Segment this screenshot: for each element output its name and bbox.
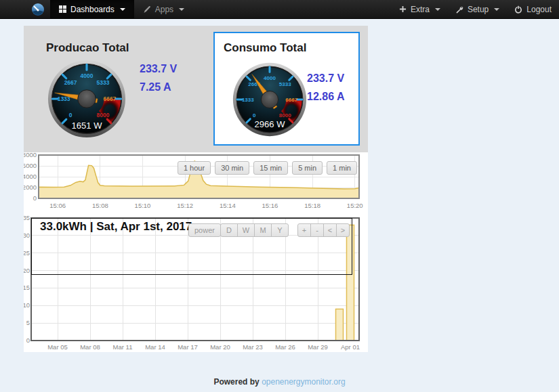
producao-current: 7.25 A <box>140 78 177 96</box>
interval-button-M[interactable]: M <box>254 223 272 237</box>
grid-icon <box>59 5 66 13</box>
axis-tick-label: 0 <box>26 336 30 344</box>
axis-tick-label: Mar 29 <box>308 343 328 351</box>
axis-tick-label: 15:20 <box>347 202 363 209</box>
axis-tick-label: 15:08 <box>92 202 108 209</box>
consumo-title: Consumo Total <box>224 41 306 55</box>
kwh-nav-buttons: +-<> <box>297 223 350 237</box>
producao-power-value: 1651 W <box>47 121 127 131</box>
gauge-tick-label: 8000 <box>279 112 291 118</box>
axis-tick-label: 30 <box>24 232 30 239</box>
gauge-tick-label: 8000 <box>97 112 110 118</box>
axis-tick-label: Mar 11 <box>113 343 133 351</box>
axis-tick-label: Mar 05 <box>47 343 68 351</box>
axis-tick-label: 15:16 <box>262 202 278 209</box>
dashboard-canvas: Producao Total 0133326674000533366678000… <box>24 26 368 352</box>
gauge-tick-label: 0 <box>253 112 256 118</box>
producao-title: Producao Total <box>46 41 129 55</box>
gauge-tick-label: 0 <box>69 112 73 118</box>
footer: Powered by openenergymonitor.org <box>0 377 559 387</box>
axis-tick-label: 2000 <box>24 183 37 191</box>
nav-setup-label: Setup <box>468 5 489 14</box>
nav-extra-label: Extra <box>411 5 430 14</box>
power-icon <box>514 5 522 14</box>
caret-down-icon <box>120 8 125 11</box>
axis-tick-label: 15 <box>24 284 30 291</box>
range-button-1-min[interactable]: 1 min <box>327 161 357 175</box>
kwh-chart[interactable]: 35302520151050Mar 05Mar 08Mar 11Mar 14Ma… <box>24 215 368 352</box>
axis-tick-label: 4000 <box>24 173 37 180</box>
range-button-5-min[interactable]: 5 min <box>292 161 323 175</box>
plus-icon <box>399 5 407 13</box>
axis-tick-label: 15:12 <box>177 202 193 209</box>
consumo-voltage: 233.7 V <box>307 69 344 87</box>
power-chart-range-buttons: 1 hour30 min15 min5 min1 min <box>178 161 357 175</box>
axis-tick-label: 35 <box>24 215 30 221</box>
openenergymonitor-link[interactable]: openenergymonitor.org <box>262 377 345 387</box>
axis-tick-label: 15:18 <box>304 202 320 209</box>
nav-apps-label: Apps <box>155 5 173 14</box>
producao-voltage: 233.7 V <box>140 60 177 78</box>
axis-tick-label: 5 <box>26 319 30 326</box>
wrench-icon <box>455 5 463 14</box>
axis-tick-label: 8000 <box>24 152 37 158</box>
axis-tick-label: 25 <box>24 249 30 257</box>
power-chart[interactable]: 8000600040002000015:0615:0815:1015:1215:… <box>24 152 368 215</box>
range-button-1-hour[interactable]: 1 hour <box>178 161 211 175</box>
nav-logout-label: Logout <box>526 5 552 14</box>
gauge-tick-label: 2667 <box>64 79 77 86</box>
nav-button->[interactable]: > <box>336 223 350 237</box>
nav-setup[interactable]: Setup <box>448 0 507 18</box>
nav-button-<[interactable]: < <box>323 223 337 237</box>
interval-button-W[interactable]: W <box>237 223 255 237</box>
consumo-gauge: 0133326674000533366678000 2966 W <box>232 62 308 137</box>
kwh-bar-Mar-31 <box>336 309 344 341</box>
nav-extra[interactable]: Extra <box>392 0 448 18</box>
range-button-30-min[interactable]: 30 min <box>215 161 249 175</box>
interval-button-Y[interactable]: Y <box>271 223 289 237</box>
axis-tick-label: 10 <box>24 301 30 309</box>
axis-tick-label: 15:06 <box>49 202 66 209</box>
nav-button-+[interactable]: + <box>297 223 311 237</box>
range-button-15-min[interactable]: 15 min <box>253 161 288 175</box>
axis-tick-label: Mar 08 <box>80 343 100 351</box>
caret-down-icon <box>435 8 440 11</box>
axis-tick-label: Mar 26 <box>275 343 295 351</box>
gauge-tick-label: 4000 <box>81 72 94 79</box>
gauge-tick-label: 6667 <box>285 97 297 103</box>
brand-logo[interactable] <box>26 0 50 18</box>
producao-readouts: 233.7 V 7.25 A <box>140 60 177 96</box>
axis-tick-label: Apr 01 <box>341 343 360 351</box>
axis-tick-label: 15:10 <box>135 202 151 209</box>
gauge-tick-label: 5333 <box>97 79 110 86</box>
nav-dashboards-label: Dashboards <box>70 5 115 14</box>
gauge-tick-label: 5333 <box>279 81 291 87</box>
axis-tick-label: 0 <box>33 194 37 202</box>
powered-by-label: Powered by <box>213 377 259 387</box>
nav-dashboards[interactable]: Dashboards <box>50 0 134 18</box>
axis-tick-label: Mar 17 <box>178 343 198 351</box>
gauge-tick-label: 4000 <box>264 75 276 81</box>
navbar: Dashboards Apps Extra <box>0 0 559 19</box>
kwh-chart-title: 33.0kWh | Sat, Apr 1st, 2017 <box>40 220 192 234</box>
axis-tick-label: Mar 20 <box>210 343 230 351</box>
consumo-widget[interactable]: Consumo Total 0133326674000533366678000 … <box>213 32 360 146</box>
caret-down-icon <box>494 8 499 11</box>
gauge-logo-icon <box>31 3 45 16</box>
consumo-readouts: 233.7 V 12.86 A <box>307 69 344 106</box>
power-mode-button[interactable]: power <box>188 223 221 237</box>
consumo-power-value: 2966 W <box>232 119 308 129</box>
kwh-range-buttons: DWMY <box>220 223 289 237</box>
interval-button-D[interactable]: D <box>220 223 238 237</box>
gauges-panel: Producao Total 0133326674000533366678000… <box>24 26 368 152</box>
pencil-icon <box>143 5 151 14</box>
caret-down-icon <box>179 8 184 11</box>
axis-tick-label: 15:14 <box>220 202 236 209</box>
nav-apps[interactable]: Apps <box>134 0 193 18</box>
nav-button--[interactable]: - <box>310 223 324 237</box>
producao-gauge: 0133326674000533366678000 1651 W <box>47 59 127 139</box>
gauge-tick-label: 6667 <box>104 95 117 102</box>
nav-logout[interactable]: Logout <box>507 0 559 18</box>
axis-tick-label: 6000 <box>24 162 37 169</box>
emoncms-page: Dashboards Apps Extra <box>0 0 559 392</box>
